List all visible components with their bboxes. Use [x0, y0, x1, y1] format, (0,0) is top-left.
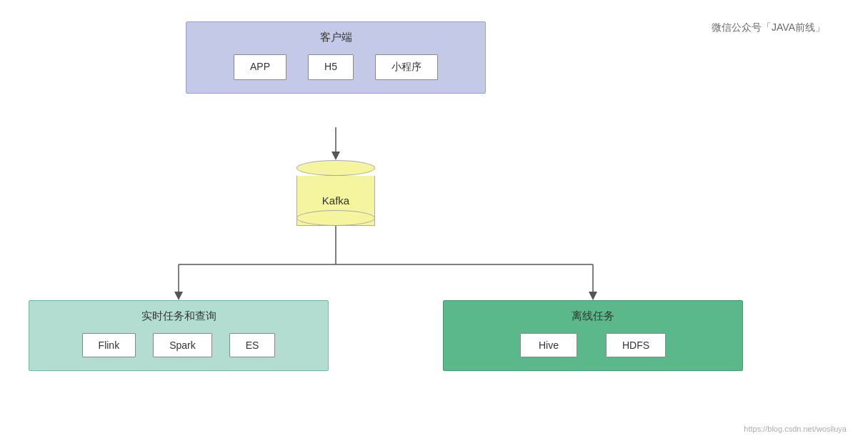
realtime-item-spark: Spark: [153, 333, 212, 357]
realtime-box: 实时任务和查询 Flink Spark ES: [29, 300, 329, 371]
kafka-cyl-top: [296, 160, 375, 176]
offline-item-hive: Hive: [520, 333, 577, 357]
realtime-title: 实时任务和查询: [44, 309, 314, 323]
client-title: 客户端: [201, 31, 471, 44]
offline-title: 离线任务: [458, 309, 728, 323]
diagram-container: 微信公众号「JAVA前线」 https://blog.csdn.net/wosi…: [0, 0, 868, 446]
client-items: APP H5 小程序: [201, 54, 471, 80]
svg-marker-1: [331, 152, 340, 160]
kafka-cyl-bottom: [296, 210, 375, 226]
offline-box: 离线任务 Hive HDFS: [443, 300, 743, 371]
realtime-items: Flink Spark ES: [44, 333, 314, 357]
svg-marker-8: [589, 292, 597, 300]
client-item-app: APP: [234, 54, 286, 80]
svg-marker-4: [174, 292, 183, 300]
kafka-container: Kafka: [296, 160, 375, 226]
watermark: 微信公众号「JAVA前线」: [712, 21, 825, 34]
realtime-item-flink: Flink: [82, 333, 136, 357]
offline-items: Hive HDFS: [458, 333, 728, 357]
client-item-h5: H5: [308, 54, 354, 80]
client-item-miniapp: 小程序: [375, 54, 438, 80]
client-box: 客户端 APP H5 小程序: [186, 21, 486, 94]
offline-item-hdfs: HDFS: [606, 333, 666, 357]
kafka-label: Kafka: [322, 194, 349, 207]
realtime-item-es: ES: [229, 333, 276, 357]
bottom-link: https://blog.csdn.net/wosiluya: [744, 425, 847, 433]
